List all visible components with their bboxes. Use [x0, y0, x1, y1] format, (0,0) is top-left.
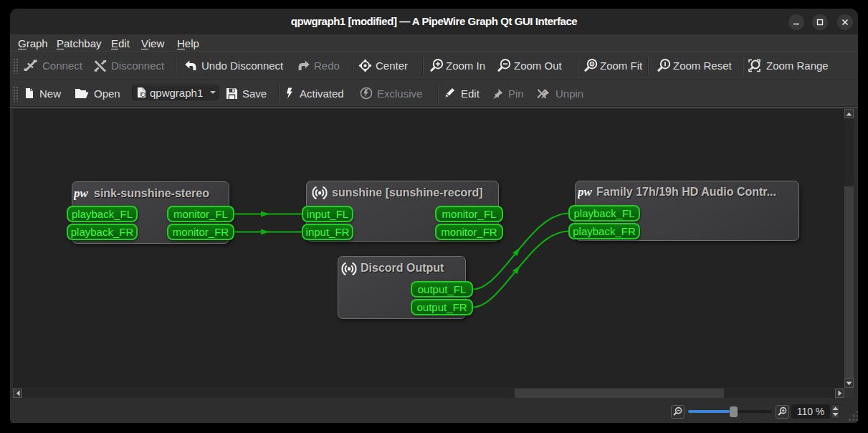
svg-text:pw: pw: [578, 186, 593, 199]
svg-text:pw: pw: [74, 188, 89, 200]
